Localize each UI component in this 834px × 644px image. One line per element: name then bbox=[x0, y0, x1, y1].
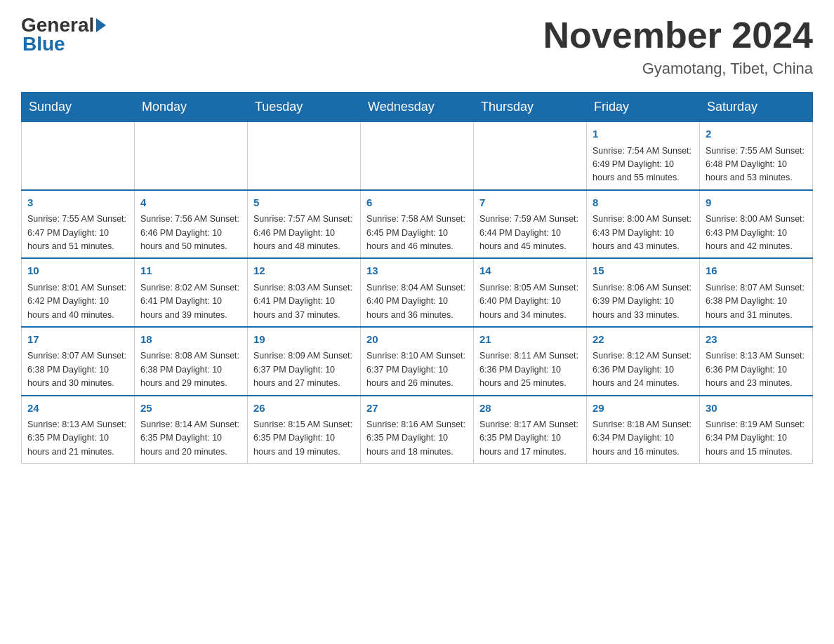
page-header: General Blue November 2024 Gyamotang, Ti… bbox=[21, 14, 813, 78]
day-number: 20 bbox=[366, 332, 468, 348]
day-info: Sunrise: 7:57 AM Sunset: 6:46 PM Dayligh… bbox=[253, 213, 355, 253]
calendar-cell: 14Sunrise: 8:05 AM Sunset: 6:40 PM Dayli… bbox=[474, 258, 587, 327]
calendar-cell: 20Sunrise: 8:10 AM Sunset: 6:37 PM Dayli… bbox=[361, 327, 474, 396]
calendar-cell: 2Sunrise: 7:55 AM Sunset: 6:48 PM Daylig… bbox=[700, 122, 813, 190]
day-number: 22 bbox=[593, 332, 694, 348]
day-number: 29 bbox=[593, 401, 694, 417]
day-info: Sunrise: 8:11 AM Sunset: 6:36 PM Dayligh… bbox=[479, 349, 581, 390]
month-year-title: November 2024 bbox=[543, 14, 813, 56]
logo: General Blue bbox=[21, 14, 106, 55]
weekday-header-tuesday: Tuesday bbox=[248, 93, 361, 122]
day-number: 7 bbox=[479, 195, 581, 211]
day-info: Sunrise: 8:06 AM Sunset: 6:39 PM Dayligh… bbox=[593, 281, 694, 322]
calendar-week-row: 10Sunrise: 8:01 AM Sunset: 6:42 PM Dayli… bbox=[22, 258, 813, 327]
day-number: 3 bbox=[27, 195, 128, 211]
weekday-header-sunday: Sunday bbox=[22, 93, 135, 122]
day-info: Sunrise: 7:56 AM Sunset: 6:46 PM Dayligh… bbox=[140, 213, 241, 253]
calendar-cell bbox=[22, 122, 135, 190]
calendar-cell: 29Sunrise: 8:18 AM Sunset: 6:34 PM Dayli… bbox=[587, 396, 700, 464]
day-number: 26 bbox=[253, 401, 355, 417]
calendar-week-row: 1Sunrise: 7:54 AM Sunset: 6:49 PM Daylig… bbox=[22, 122, 813, 190]
calendar-cell: 10Sunrise: 8:01 AM Sunset: 6:42 PM Dayli… bbox=[22, 258, 135, 327]
calendar-week-row: 3Sunrise: 7:55 AM Sunset: 6:47 PM Daylig… bbox=[22, 190, 813, 259]
day-info: Sunrise: 8:17 AM Sunset: 6:35 PM Dayligh… bbox=[479, 418, 581, 459]
calendar-cell: 7Sunrise: 7:59 AM Sunset: 6:44 PM Daylig… bbox=[474, 190, 587, 259]
calendar-cell: 27Sunrise: 8:16 AM Sunset: 6:35 PM Dayli… bbox=[361, 396, 474, 464]
calendar-cell: 18Sunrise: 8:08 AM Sunset: 6:38 PM Dayli… bbox=[135, 327, 248, 396]
day-info: Sunrise: 7:59 AM Sunset: 6:44 PM Dayligh… bbox=[479, 213, 581, 253]
day-info: Sunrise: 8:00 AM Sunset: 6:43 PM Dayligh… bbox=[706, 213, 807, 253]
day-number: 25 bbox=[140, 401, 241, 417]
weekday-header-monday: Monday bbox=[135, 93, 248, 122]
day-number: 19 bbox=[253, 332, 355, 348]
weekday-header-saturday: Saturday bbox=[700, 93, 813, 122]
calendar-header-row: SundayMondayTuesdayWednesdayThursdayFrid… bbox=[22, 93, 813, 122]
calendar-cell: 28Sunrise: 8:17 AM Sunset: 6:35 PM Dayli… bbox=[474, 396, 587, 464]
weekday-header-friday: Friday bbox=[587, 93, 700, 122]
calendar-cell: 3Sunrise: 7:55 AM Sunset: 6:47 PM Daylig… bbox=[22, 190, 135, 259]
calendar-cell: 6Sunrise: 7:58 AM Sunset: 6:45 PM Daylig… bbox=[361, 190, 474, 259]
day-number: 9 bbox=[706, 195, 807, 211]
day-number: 1 bbox=[593, 126, 694, 142]
day-number: 4 bbox=[140, 195, 241, 211]
day-number: 23 bbox=[706, 332, 807, 348]
day-number: 10 bbox=[27, 263, 128, 279]
day-info: Sunrise: 7:58 AM Sunset: 6:45 PM Dayligh… bbox=[366, 213, 468, 253]
day-info: Sunrise: 8:02 AM Sunset: 6:41 PM Dayligh… bbox=[140, 281, 241, 322]
day-info: Sunrise: 8:14 AM Sunset: 6:35 PM Dayligh… bbox=[140, 418, 241, 459]
day-number: 17 bbox=[27, 332, 128, 348]
day-info: Sunrise: 7:55 AM Sunset: 6:48 PM Dayligh… bbox=[706, 145, 807, 185]
day-number: 11 bbox=[140, 263, 241, 279]
calendar-cell: 4Sunrise: 7:56 AM Sunset: 6:46 PM Daylig… bbox=[135, 190, 248, 259]
day-number: 27 bbox=[366, 401, 468, 417]
calendar-week-row: 24Sunrise: 8:13 AM Sunset: 6:35 PM Dayli… bbox=[22, 396, 813, 464]
calendar-cell: 26Sunrise: 8:15 AM Sunset: 6:35 PM Dayli… bbox=[248, 396, 361, 464]
day-info: Sunrise: 8:08 AM Sunset: 6:38 PM Dayligh… bbox=[140, 349, 241, 390]
day-number: 16 bbox=[706, 263, 807, 279]
title-section: November 2024 Gyamotang, Tibet, China bbox=[543, 14, 813, 78]
day-info: Sunrise: 8:13 AM Sunset: 6:35 PM Dayligh… bbox=[27, 418, 128, 459]
day-number: 6 bbox=[366, 195, 468, 211]
logo-blue-text: Blue bbox=[22, 33, 65, 55]
calendar-cell: 1Sunrise: 7:54 AM Sunset: 6:49 PM Daylig… bbox=[587, 122, 700, 190]
day-info: Sunrise: 8:07 AM Sunset: 6:38 PM Dayligh… bbox=[27, 349, 128, 390]
calendar-cell: 17Sunrise: 8:07 AM Sunset: 6:38 PM Dayli… bbox=[22, 327, 135, 396]
day-info: Sunrise: 8:00 AM Sunset: 6:43 PM Dayligh… bbox=[593, 213, 694, 253]
day-number: 18 bbox=[140, 332, 241, 348]
day-info: Sunrise: 8:09 AM Sunset: 6:37 PM Dayligh… bbox=[253, 349, 355, 390]
day-number: 2 bbox=[706, 126, 807, 142]
day-info: Sunrise: 8:15 AM Sunset: 6:35 PM Dayligh… bbox=[253, 418, 355, 459]
calendar-week-row: 17Sunrise: 8:07 AM Sunset: 6:38 PM Dayli… bbox=[22, 327, 813, 396]
calendar-cell: 21Sunrise: 8:11 AM Sunset: 6:36 PM Dayli… bbox=[474, 327, 587, 396]
day-info: Sunrise: 8:04 AM Sunset: 6:40 PM Dayligh… bbox=[366, 281, 468, 322]
calendar-cell: 24Sunrise: 8:13 AM Sunset: 6:35 PM Dayli… bbox=[22, 396, 135, 464]
day-info: Sunrise: 8:12 AM Sunset: 6:36 PM Dayligh… bbox=[593, 349, 694, 390]
day-info: Sunrise: 8:13 AM Sunset: 6:36 PM Dayligh… bbox=[706, 349, 807, 390]
day-number: 5 bbox=[253, 195, 355, 211]
calendar-cell: 15Sunrise: 8:06 AM Sunset: 6:39 PM Dayli… bbox=[587, 258, 700, 327]
day-number: 12 bbox=[253, 263, 355, 279]
calendar-cell: 16Sunrise: 8:07 AM Sunset: 6:38 PM Dayli… bbox=[700, 258, 813, 327]
calendar-cell: 5Sunrise: 7:57 AM Sunset: 6:46 PM Daylig… bbox=[248, 190, 361, 259]
calendar-cell bbox=[361, 122, 474, 190]
calendar-cell: 22Sunrise: 8:12 AM Sunset: 6:36 PM Dayli… bbox=[587, 327, 700, 396]
day-info: Sunrise: 8:01 AM Sunset: 6:42 PM Dayligh… bbox=[27, 281, 128, 322]
calendar-cell: 25Sunrise: 8:14 AM Sunset: 6:35 PM Dayli… bbox=[135, 396, 248, 464]
day-number: 8 bbox=[593, 195, 694, 211]
day-info: Sunrise: 8:10 AM Sunset: 6:37 PM Dayligh… bbox=[366, 349, 468, 390]
logo-arrow-icon bbox=[96, 18, 106, 32]
day-number: 15 bbox=[593, 263, 694, 279]
calendar-cell: 23Sunrise: 8:13 AM Sunset: 6:36 PM Dayli… bbox=[700, 327, 813, 396]
calendar-cell: 8Sunrise: 8:00 AM Sunset: 6:43 PM Daylig… bbox=[587, 190, 700, 259]
day-number: 21 bbox=[479, 332, 581, 348]
calendar-cell bbox=[135, 122, 248, 190]
calendar-cell: 30Sunrise: 8:19 AM Sunset: 6:34 PM Dayli… bbox=[700, 396, 813, 464]
calendar-cell: 11Sunrise: 8:02 AM Sunset: 6:41 PM Dayli… bbox=[135, 258, 248, 327]
day-number: 30 bbox=[706, 401, 807, 417]
day-number: 13 bbox=[366, 263, 468, 279]
location-subtitle: Gyamotang, Tibet, China bbox=[543, 60, 813, 78]
weekday-header-thursday: Thursday bbox=[474, 93, 587, 122]
day-info: Sunrise: 8:18 AM Sunset: 6:34 PM Dayligh… bbox=[593, 418, 694, 459]
day-info: Sunrise: 7:54 AM Sunset: 6:49 PM Dayligh… bbox=[593, 145, 694, 185]
calendar-cell: 19Sunrise: 8:09 AM Sunset: 6:37 PM Dayli… bbox=[248, 327, 361, 396]
